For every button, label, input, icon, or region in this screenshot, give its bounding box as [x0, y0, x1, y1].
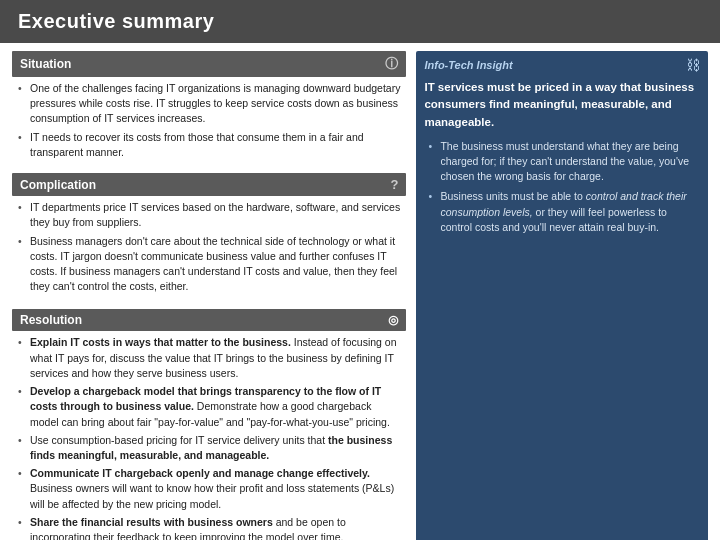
resolution-body: Explain IT costs in ways that matter to …: [12, 331, 406, 540]
insight-bullets: The business must understand what they a…: [424, 139, 700, 235]
complication-body: IT departments price IT services based o…: [12, 196, 406, 301]
insight-bold-text: IT services must be priced in a way that…: [424, 79, 700, 131]
question-icon: ?: [391, 177, 399, 192]
info-tech-insight-panel: Info-Tech Insight ⛓ IT services must be …: [416, 51, 708, 540]
list-item: Share the financial results with busines…: [18, 515, 402, 540]
page-header: Executive summary: [0, 0, 720, 43]
insight-bullet-1: The business must understand what they a…: [428, 139, 700, 185]
list-item: IT needs to recover its costs from those…: [18, 130, 402, 160]
page-title: Executive summary: [18, 10, 214, 32]
list-item: Explain IT costs in ways that matter to …: [18, 335, 402, 381]
insight-header: Info-Tech Insight ⛓: [424, 57, 700, 73]
complication-section: Complication ? IT departments price IT s…: [12, 173, 406, 301]
resolution-icon: ◎: [388, 313, 398, 327]
left-column: Situation ⓘ One of the challenges facing…: [12, 51, 406, 540]
resolution-section: Resolution ◎ Explain IT costs in ways th…: [12, 309, 406, 540]
situation-icon: ⓘ: [385, 55, 398, 73]
resolution-bold-4: Communicate IT chargeback openly and man…: [30, 467, 370, 479]
complication-label: Complication: [20, 178, 96, 192]
insight-bullet-2: Business units must be able to control a…: [428, 189, 700, 235]
situation-body: One of the challenges facing IT organiza…: [12, 77, 406, 167]
situation-label: Situation: [20, 57, 71, 71]
right-column: Info-Tech Insight ⛓ IT services must be …: [416, 51, 708, 540]
complication-list: IT departments price IT services based o…: [14, 200, 402, 294]
situation-header: Situation ⓘ: [12, 51, 406, 77]
insight-italic: control and track their consumption leve…: [440, 190, 686, 217]
page: Executive summary Situation ⓘ One of the…: [0, 0, 720, 540]
situation-list: One of the challenges facing IT organiza…: [14, 81, 402, 160]
list-item: IT departments price IT services based o…: [18, 200, 402, 230]
list-item: Develop a chargeback model that brings t…: [18, 384, 402, 430]
resolution-label: Resolution: [20, 313, 82, 327]
list-item: Communicate IT chargeback openly and man…: [18, 466, 402, 512]
resolution-header: Resolution ◎: [12, 309, 406, 331]
resolution-list: Explain IT costs in ways that matter to …: [14, 335, 402, 540]
complication-header: Complication ?: [12, 173, 406, 196]
list-item: One of the challenges facing IT organiza…: [18, 81, 402, 127]
content-area: Situation ⓘ One of the challenges facing…: [0, 43, 720, 540]
insight-title: Info-Tech Insight: [424, 59, 512, 71]
situation-section: Situation ⓘ One of the challenges facing…: [12, 51, 406, 167]
link-icon: ⛓: [686, 57, 700, 73]
list-item: Business managers don't care about the t…: [18, 234, 402, 295]
resolution-bold-1: Explain IT costs in ways that matter to …: [30, 336, 291, 348]
resolution-bold-3: the business finds meaningful, measurabl…: [30, 434, 392, 461]
resolution-bold-5: Share the financial results with busines…: [30, 516, 273, 528]
resolution-rest-4: Business owners will want to know how th…: [30, 482, 394, 509]
list-item: Use consumption-based pricing for IT ser…: [18, 433, 402, 463]
